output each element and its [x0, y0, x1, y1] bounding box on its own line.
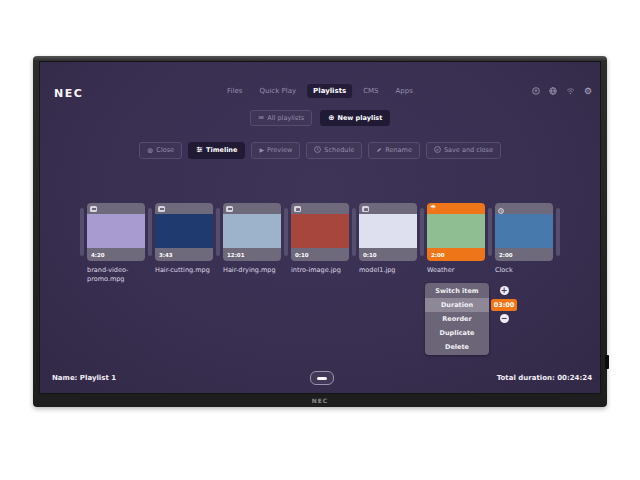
item-name: intro-image.jpg	[291, 266, 349, 275]
plus-circle-icon: ⊕	[328, 114, 334, 122]
duration-increase-button[interactable]: +	[500, 286, 509, 295]
tab-quick-play[interactable]: Quick Play	[253, 84, 302, 98]
insert-marker[interactable]	[352, 208, 356, 256]
nec-display-bezel: NEC Files Quick Play Playlists CMS Apps …	[33, 56, 607, 407]
timeline-item: 4:20 brand-video-promo.mpg	[87, 203, 145, 284]
item-duration: 12:01	[227, 252, 245, 258]
hamburger-icon: ≡	[258, 114, 265, 122]
update-icon[interactable]	[532, 87, 540, 95]
timeline-item: 3:43 Hair-cutting.mpg	[155, 203, 213, 275]
thumbnail	[87, 214, 145, 248]
collapse-bar-icon	[317, 377, 327, 380]
menu-item-duplicate[interactable]: Duplicate	[425, 326, 489, 340]
preview-label: Preview	[267, 146, 292, 154]
insert-marker[interactable]	[80, 208, 84, 256]
pencil-icon	[376, 147, 382, 155]
insert-marker[interactable]	[284, 208, 288, 256]
insert-marker[interactable]	[556, 208, 560, 256]
all-playlists-label: All playlists	[267, 114, 304, 122]
main-nav: Files Quick Play Playlists CMS Apps	[221, 84, 419, 98]
playlist-name-label: Name: Playlist 1	[52, 374, 116, 382]
item-name: model1.jpg	[359, 266, 417, 275]
thumbnail	[223, 214, 281, 248]
item-duration: 0:10	[363, 252, 377, 258]
insert-marker[interactable]	[420, 208, 424, 256]
film-icon	[226, 206, 233, 212]
item-name: Hair-cutting.mpg	[155, 266, 213, 275]
item-name: Weather	[427, 266, 485, 275]
timeline-card-intro-image[interactable]: 0:10	[291, 203, 349, 261]
settings-icon[interactable]: ⚙	[584, 87, 592, 95]
rename-button[interactable]: Rename	[368, 142, 420, 159]
menu-item-delete[interactable]: Delete	[425, 340, 489, 354]
schedule-button[interactable]: Schedule	[306, 142, 362, 159]
close-button[interactable]: ⊗ Close	[139, 142, 182, 159]
timeline-card-clock[interactable]: 2:00	[495, 203, 553, 261]
duration-stepper: + 03:00 −	[491, 283, 517, 323]
insert-marker[interactable]	[148, 208, 152, 256]
nec-screen-logo: NEC	[54, 87, 83, 100]
total-duration-label: Total duration: 00:24:24	[497, 374, 592, 382]
preview-button[interactable]: ▶ Preview	[251, 142, 300, 159]
insert-marker[interactable]	[488, 208, 492, 256]
timeline-card-model1[interactable]: 0:10	[359, 203, 417, 261]
globe-icon[interactable]	[549, 87, 557, 95]
menu-item-duration[interactable]: Duration	[425, 298, 489, 312]
header-icons: ⚙	[532, 87, 592, 95]
save-and-close-button[interactable]: Save and close	[426, 142, 501, 159]
timeline-card-hair-drying[interactable]: 12:01	[223, 203, 281, 261]
timeline-card-weather-selected[interactable]: ☂ 2:00	[427, 203, 485, 261]
timeline-item: 2:00 Clock	[495, 203, 553, 275]
timeline-card-brand-video-promo[interactable]: 4:20	[87, 203, 145, 261]
collapse-handle[interactable]	[310, 371, 334, 385]
all-playlists-button[interactable]: ≡ All playlists	[250, 110, 313, 126]
rename-label: Rename	[385, 146, 412, 154]
wifi-icon[interactable]	[566, 87, 575, 95]
close-label: Close	[156, 146, 174, 154]
item-name: brand-video-promo.mpg	[87, 266, 145, 284]
tab-cms[interactable]: CMS	[357, 84, 384, 98]
insert-marker[interactable]	[216, 208, 220, 256]
timeline-strip: 4:20 brand-video-promo.mpg 3:43 Hair-cut…	[40, 203, 600, 284]
item-duration: 2:00	[431, 252, 445, 258]
nec-bezel-logo: NEC	[33, 397, 607, 404]
tab-files[interactable]: Files	[221, 84, 248, 98]
duration-value: 03:00	[491, 299, 518, 311]
check-circle-icon	[434, 146, 441, 155]
weather-icon: ☂	[430, 205, 436, 212]
save-and-close-label: Save and close	[444, 146, 493, 154]
thumbnail	[291, 214, 349, 248]
image-icon	[362, 206, 369, 212]
menu-item-reorder[interactable]: Reorder	[425, 312, 489, 326]
display-screen: NEC Files Quick Play Playlists CMS Apps …	[40, 62, 600, 393]
new-playlist-button[interactable]: ⊕ New playlist	[320, 110, 390, 126]
image-icon	[294, 206, 301, 212]
item-duration: 4:20	[91, 252, 105, 258]
schedule-label: Schedule	[324, 146, 354, 154]
control-stick[interactable]	[605, 355, 609, 369]
thumbnail	[495, 214, 553, 248]
close-icon: ⊗	[147, 147, 153, 155]
sliders-icon	[196, 146, 203, 155]
timeline-label: Timeline	[206, 146, 237, 154]
duration-decrease-button[interactable]: −	[500, 314, 509, 323]
tab-apps[interactable]: Apps	[390, 84, 419, 98]
film-icon	[90, 206, 97, 212]
menu-item-switch-item[interactable]: Switch item	[425, 284, 489, 298]
new-playlist-label: New playlist	[337, 114, 382, 122]
timeline-item: 12:01 Hair-drying.mpg	[223, 203, 281, 275]
item-duration: 2:00	[499, 252, 513, 258]
timeline-item: 0:10 model1.jpg	[359, 203, 417, 275]
timeline-button[interactable]: Timeline	[188, 142, 245, 159]
film-icon	[158, 206, 165, 212]
header: NEC Files Quick Play Playlists CMS Apps …	[40, 84, 600, 102]
playlist-actions-row: ≡ All playlists ⊕ New playlist	[40, 110, 600, 126]
tab-playlists[interactable]: Playlists	[307, 84, 352, 98]
item-context-menu: Switch item Duration Reorder Duplicate D…	[425, 283, 489, 355]
item-duration: 0:10	[295, 252, 309, 258]
toolbar: ⊗ Close Timeline ▶ Preview Schedule	[40, 142, 600, 159]
clock-icon	[314, 146, 321, 155]
item-name: Hair-drying.mpg	[223, 266, 281, 275]
timeline-card-hair-cutting[interactable]: 3:43	[155, 203, 213, 261]
timeline-item: 0:10 intro-image.jpg	[291, 203, 349, 275]
